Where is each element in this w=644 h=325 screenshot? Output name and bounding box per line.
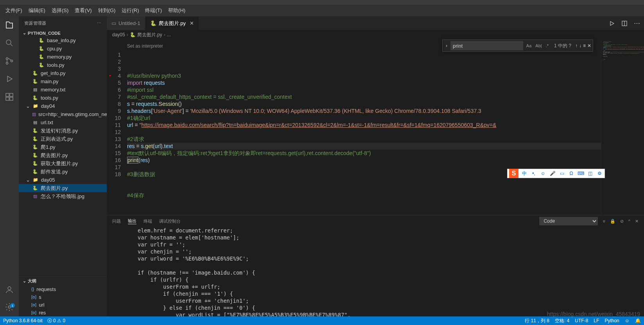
- tree-item-发送钉钉消息.py[interactable]: 🐍发送钉钉消息.py: [19, 127, 107, 135]
- ime-omega-icon[interactable]: Ω: [568, 170, 575, 177]
- sidebar-more-icon[interactable]: ⋯: [97, 21, 101, 26]
- outline-header[interactable]: ⌄ 大纲: [19, 277, 107, 285]
- menu-terminal[interactable]: 终端(T): [142, 5, 165, 16]
- code-content[interactable]: Set as interpreter #!/usr/bin/env python…: [127, 39, 601, 215]
- settings-icon[interactable]: 1: [5, 302, 14, 312]
- outline-item-url[interactable]: [ᴏ]url: [19, 301, 107, 309]
- outline-item-s[interactable]: [ᴏ]s: [19, 293, 107, 301]
- status-spaces[interactable]: 空格: 4: [555, 318, 569, 324]
- tree-item-base_info.py[interactable]: 🐍base_info.py: [19, 36, 107, 45]
- run-icon[interactable]: [609, 20, 615, 27]
- panel-tab-terminal[interactable]: 终端: [144, 218, 152, 224]
- close-icon[interactable]: ✕: [190, 20, 194, 26]
- settings-badge: 1: [10, 303, 15, 308]
- tree-item-tools.py[interactable]: 🐍tools.py: [19, 61, 107, 69]
- tree-item-获取大量图片.py[interactable]: 🐍获取大量图片.py: [19, 159, 107, 168]
- menu-go[interactable]: 转到(G): [95, 5, 119, 16]
- find-input[interactable]: [450, 41, 523, 50]
- tree-label: day05: [41, 177, 55, 183]
- code-editor[interactable]: 123●456789101112131415161718 Set as inte…: [107, 39, 601, 215]
- status-bell-icon[interactable]: 🔔: [635, 318, 641, 323]
- tree-item-get_info.py[interactable]: 🐍get_info.py: [19, 69, 107, 77]
- menu-file[interactable]: 文件(F): [2, 5, 25, 16]
- tab-active-file[interactable]: 🐍 爬去图片.py ✕: [145, 16, 199, 30]
- menu-edit[interactable]: 编辑(E): [25, 5, 48, 16]
- source-control-icon[interactable]: [5, 56, 14, 66]
- folder-root[interactable]: ⌄ PYTHON_CODE: [19, 30, 107, 36]
- ime-skin-icon[interactable]: ▭: [558, 170, 565, 177]
- panel-output[interactable]: elem.href = document.referrer; var hostn…: [107, 227, 644, 316]
- ime-toolbar[interactable]: S 中 •, ☺ 🎤 ▭ Ω ⌨ ◫ ⚙: [507, 169, 605, 178]
- ime-keyboard-icon[interactable]: ⌨: [577, 170, 584, 177]
- menu-run[interactable]: 运行(R): [118, 5, 142, 16]
- filter-icon[interactable]: ≡: [603, 219, 605, 223]
- tree-item-爬1.py[interactable]: 🐍爬1.py: [19, 143, 107, 151]
- outline-item-requests[interactable]: {}requests: [19, 285, 107, 293]
- tree-item-main.py[interactable]: 🐍main.py: [19, 77, 107, 86]
- status-python[interactable]: Python 3.6.8 64-bit: [3, 318, 43, 323]
- tree-item-邮件发送.py[interactable]: 🐍邮件发送.py: [19, 168, 107, 176]
- minimap[interactable]: #!/usr/bin/env python3import requests#im…: [601, 39, 644, 215]
- tree-item-memory.py[interactable]: 🐍memory.py: [19, 53, 107, 61]
- tree-item-memory.txt[interactable]: ▤memory.txt: [19, 86, 107, 94]
- breadcrumb-item[interactable]: 爬去图片.py: [137, 32, 162, 38]
- breadcrumb-item[interactable]: ...: [167, 32, 171, 38]
- panel-tab-problems[interactable]: 问题: [112, 218, 121, 224]
- panel-maximize-icon[interactable]: ^: [628, 219, 630, 223]
- status-encoding[interactable]: UTF-8: [575, 318, 588, 323]
- lock-scroll-icon[interactable]: 🔒: [610, 219, 615, 224]
- match-case-icon[interactable]: Aa: [525, 43, 533, 49]
- run-debug-icon[interactable]: [5, 74, 14, 84]
- tree-item-cpu.py[interactable]: 🐍cpu.py: [19, 45, 107, 53]
- breadcrumb-item[interactable]: day05: [112, 32, 125, 38]
- find-prev-icon[interactable]: ↑: [575, 43, 578, 48]
- tree-item-url.txt[interactable]: ▤url.txt: [19, 118, 107, 127]
- tree-item-day04[interactable]: ⌄📁day04: [19, 102, 107, 110]
- tree-item-爬去图片.py[interactable]: 🐍爬去图片.py: [19, 151, 107, 159]
- ime-tool-icon[interactable]: ◫: [587, 170, 594, 177]
- status-language[interactable]: Python: [605, 318, 619, 323]
- ime-mic-icon[interactable]: 🎤: [549, 170, 556, 177]
- tab-untitled[interactable]: ▭ Untitled-1: [107, 16, 145, 30]
- find-toggle-replace-icon[interactable]: ›: [443, 43, 450, 48]
- find-close-icon[interactable]: ✕: [587, 43, 591, 48]
- explorer-icon[interactable]: [5, 20, 14, 30]
- search-icon[interactable]: [5, 38, 14, 48]
- split-editor-icon[interactable]: [621, 20, 628, 27]
- match-word-icon[interactable]: Ab|: [534, 43, 543, 49]
- menu-selection[interactable]: 选择(S): [48, 5, 72, 16]
- menu-view[interactable]: 查看(V): [72, 5, 95, 16]
- tree-item-怎么？不给颈啦.jpg[interactable]: ▨怎么？不给颈啦.jpg: [19, 192, 107, 200]
- panel-tab-output[interactable]: 输出: [128, 218, 136, 224]
- tree-item-day05[interactable]: ⌄📁day05: [19, 176, 107, 184]
- tree-item-爬去图片.py[interactable]: 🐍爬去图片.py: [19, 184, 107, 192]
- ime-settings-icon[interactable]: ⚙: [596, 170, 603, 177]
- status-eol[interactable]: LF: [594, 318, 599, 323]
- extensions-icon[interactable]: [5, 92, 14, 102]
- status-problems[interactable]: ⓧ 0 ⚠ 0: [47, 318, 65, 324]
- status-feedback-icon[interactable]: ☺: [625, 318, 630, 323]
- ime-punct-icon[interactable]: •,: [530, 170, 537, 177]
- tree-item-tools.py[interactable]: 🐍tools.py: [19, 94, 107, 102]
- outline-item-res[interactable]: [ᴏ]res: [19, 309, 107, 316]
- find-next-icon[interactable]: ↓: [579, 43, 581, 48]
- chevron-right-icon: ›: [164, 32, 165, 38]
- panel-close-icon[interactable]: ✕: [635, 219, 639, 224]
- find-filter-icon[interactable]: ≡: [583, 43, 586, 48]
- output-channel-select[interactable]: Code: [539, 217, 598, 225]
- ime-emoji-icon[interactable]: ☺: [540, 170, 547, 177]
- menu-help[interactable]: 帮助(H): [165, 5, 188, 16]
- editor-tabs: ▭ Untitled-1 🐍 爬去图片.py ✕ ⋯: [107, 16, 644, 30]
- tree-item-src=http:_inews.gtimg.com_ne...[interactable]: ▨src=http:_inews.gtimg.com_ne...: [19, 110, 107, 118]
- ime-lang-icon[interactable]: 中: [521, 170, 528, 177]
- panel-tab-debug[interactable]: 调试控制台: [159, 218, 181, 224]
- accounts-icon[interactable]: [5, 285, 14, 295]
- tree-item-正则表达式.py[interactable]: 🐍正则表达式.py: [19, 135, 107, 143]
- regex-icon[interactable]: .*: [544, 43, 550, 49]
- chevron-down-icon: ⌄: [23, 30, 26, 36]
- status-position[interactable]: 行 11，列 8: [525, 318, 549, 324]
- breadcrumb[interactable]: day05 › 🐍 爬去图片.py › ...: [107, 30, 644, 39]
- set-interpreter-hint[interactable]: Set as interpreter: [127, 43, 163, 50]
- clear-output-icon[interactable]: ⊘: [620, 219, 624, 224]
- more-actions-icon[interactable]: ⋯: [634, 20, 640, 27]
